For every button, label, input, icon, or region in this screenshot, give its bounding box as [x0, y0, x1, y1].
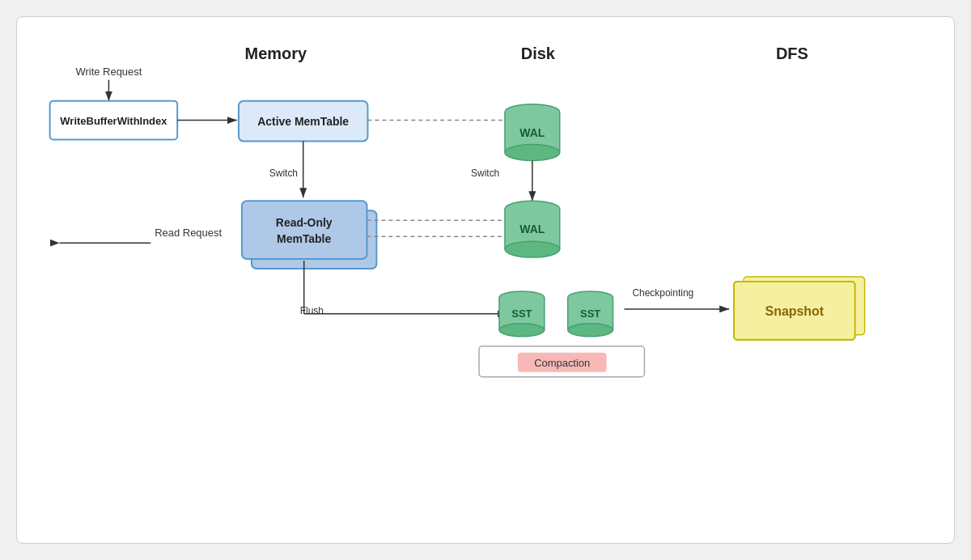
diagram-container: Memory Disk DFS Write Request Read Reque… [16, 16, 955, 544]
write-request-label: Write Request [76, 66, 142, 78]
compaction-bracket [479, 346, 644, 377]
wal-bottom-label: WAL [519, 223, 545, 235]
flush-label: Flush [300, 305, 324, 316]
sst-right-body [568, 298, 613, 330]
write-buffer-box [50, 101, 178, 140]
write-buffer-label: WriteBufferWithIndex [60, 115, 167, 127]
wal-top-bottom-cap [505, 145, 560, 161]
dfs-section-label: DFS [776, 45, 808, 62]
snapshot-label: Snapshot [765, 304, 825, 318]
sst-right-bottom-cap [568, 324, 613, 337]
sst-left-label: SST [511, 308, 532, 320]
sst-left-bottom-cap [499, 324, 545, 337]
readonly-memtable-label2: MemTable [277, 232, 331, 245]
compaction-label: Compaction [534, 357, 590, 369]
active-memtable-label: Active MemTable [257, 115, 349, 128]
snapshot-box [734, 282, 855, 340]
disk-section-label: Disk [521, 45, 556, 62]
wal-top-body [505, 112, 560, 153]
read-request-label: Read Request [155, 227, 222, 239]
readonly-box-back [252, 210, 377, 269]
sst-right-label: SST [580, 308, 600, 320]
sst-left-body [499, 298, 545, 330]
snapshot-box-front [734, 282, 855, 340]
snapshot-box-back [744, 277, 865, 335]
memory-section-label: Memory [245, 45, 307, 62]
active-memtable-box [239, 101, 368, 142]
switch-wal-label: Switch [471, 168, 499, 179]
wal-bottom-bottom-cap [505, 241, 560, 257]
readonly-memtable-label: Read-Only [276, 216, 333, 229]
checkpointing-label: Checkpointing [632, 287, 693, 299]
wal-top-cap [505, 104, 560, 121]
readonly-box-front [242, 201, 367, 259]
compaction-bg [518, 353, 607, 372]
wal-bottom-body [505, 209, 560, 249]
wal-bottom-cap [505, 201, 560, 217]
switch-mem-label: Switch [269, 168, 298, 179]
sst-right-cap [568, 291, 613, 304]
sst-left-cap [499, 291, 545, 304]
wal-top-label: WAL [519, 126, 545, 139]
